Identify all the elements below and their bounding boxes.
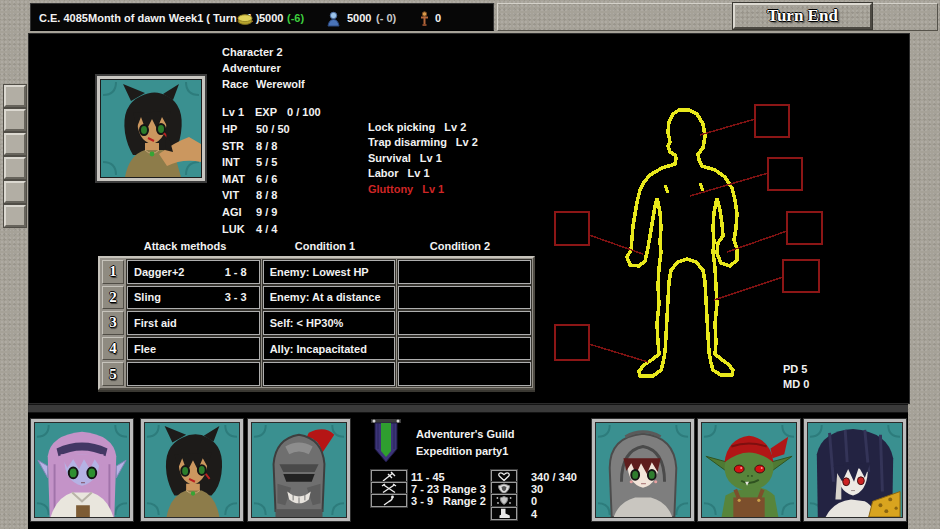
- attack-method-cell[interactable]: Flee: [127, 337, 260, 361]
- party-name: Expedition party1: [416, 445, 508, 457]
- row-number: 1: [102, 260, 124, 284]
- party-move-value: 4: [531, 508, 537, 520]
- skill-item-highlighted: GluttonyLv 1: [368, 183, 478, 198]
- attack-methods-header: Attack methods: [120, 240, 250, 252]
- character-portrait-frame: [95, 74, 207, 183]
- equipment-slot-head[interactable]: [755, 105, 789, 137]
- gold-coin-icon: [237, 13, 253, 25]
- party-member-1-portrait: [35, 423, 129, 517]
- stat-row: LUK4 / 4: [222, 223, 290, 240]
- equipment-slot-legs[interactable]: [783, 260, 819, 292]
- thrown-stat-box: [371, 494, 407, 507]
- equipment-slot-left-hand[interactable]: [555, 212, 589, 245]
- thrown-range: Range 2: [443, 495, 486, 507]
- party-member-3-portrait: [252, 423, 346, 517]
- party-member-6[interactable]: [803, 418, 907, 522]
- chest-marks: [665, 183, 703, 193]
- attack-method-cell[interactable]: First aid: [127, 311, 260, 335]
- character-name: Character 2: [222, 46, 283, 58]
- ranged-value: 7 - 23: [411, 483, 439, 495]
- magic-shield-icon: [494, 495, 514, 506]
- party-member-5[interactable]: [697, 418, 801, 522]
- condition2-cell[interactable]: [398, 260, 531, 284]
- equipment-body-diagram: [548, 102, 838, 382]
- equipment-slot-feet[interactable]: [555, 325, 589, 360]
- sword-icon: [379, 471, 399, 482]
- top-status-bar: C.E. 4085 Month of dawn Week1 ( Turn : 1…: [30, 3, 494, 31]
- thrown-value: 3 - 9: [411, 495, 433, 507]
- row-number: 2: [102, 286, 124, 310]
- medal-amount: 0: [435, 12, 441, 24]
- condition2-cell[interactable]: [398, 286, 531, 310]
- manpower-amount: 5000: [347, 12, 371, 24]
- guild-flag-icon: [371, 417, 401, 464]
- heart-icon: [494, 471, 514, 482]
- condition2-cell[interactable]: [398, 337, 531, 361]
- stat-list: HP50 / 50 STR8 / 8 INT5 / 5 MAT6 / 6 VIT…: [222, 123, 290, 239]
- character-class: Adventurer: [222, 62, 281, 74]
- stat-row: VIT8 / 8: [222, 189, 290, 206]
- condition1-cell[interactable]: Enemy: At a distance: [263, 286, 396, 310]
- exp-value: 0 / 100: [287, 106, 321, 118]
- condition1-cell[interactable]: [263, 362, 396, 386]
- level-label: Lv 1: [222, 106, 244, 118]
- side-tab-button-6[interactable]: [4, 205, 26, 227]
- shield-icon: [494, 483, 514, 494]
- magic-defense-stat-box: [491, 494, 517, 507]
- attack-method-cell[interactable]: Sling3 - 3: [127, 286, 260, 310]
- party-member-1[interactable]: [30, 418, 134, 522]
- stat-row: INT5 / 5: [222, 156, 290, 173]
- game-screen: C.E. 4085 Month of dawn Week1 ( Turn : 1…: [0, 0, 940, 529]
- side-tab-button-2[interactable]: [4, 109, 26, 131]
- sling-icon: [379, 495, 399, 506]
- medal-icon: [419, 11, 430, 27]
- equipment-slot-chest[interactable]: [768, 158, 802, 190]
- skill-item: Trap disarmingLv 2: [368, 136, 478, 151]
- party-defense-value: 30: [531, 483, 543, 495]
- side-tab-button-1[interactable]: [4, 85, 26, 107]
- condition1-cell[interactable]: Enemy: Lowest HP: [263, 260, 396, 284]
- calendar-turn: Month of dawn Week1 ( Turn : 1 ): [88, 12, 259, 24]
- move-stat-box: [491, 507, 517, 520]
- row-number: 3: [102, 311, 124, 335]
- side-tab-button-4[interactable]: [4, 157, 26, 179]
- guild-name: Adventurer's Guild: [416, 428, 515, 440]
- side-tab-button-5[interactable]: [4, 181, 26, 203]
- party-member-3[interactable]: [247, 418, 351, 522]
- attack-methods-table: 1 Dagger+21 - 8 Enemy: Lowest HP 2 Sling…: [98, 256, 535, 390]
- condition2-header: Condition 2: [395, 240, 525, 252]
- party-member-4[interactable]: [591, 418, 695, 522]
- attack-method-cell[interactable]: [127, 362, 260, 386]
- era-date: C.E. 4085: [39, 12, 88, 24]
- row-number: 4: [102, 337, 124, 361]
- stat-row: AGI9 / 9: [222, 206, 290, 223]
- party-member-6-portrait: [808, 423, 902, 517]
- stat-row: HP50 / 50: [222, 123, 290, 140]
- party-member-2[interactable]: [140, 418, 244, 522]
- side-tab-button-3[interactable]: [4, 133, 26, 155]
- physical-defense-value: PD 5: [783, 363, 807, 375]
- attack-row-4: 4 Flee Ally: Incapacitated: [102, 337, 531, 361]
- character-portrait-image: [101, 80, 201, 177]
- melee-value: 11 - 45: [411, 471, 445, 483]
- magic-defense-value: MD 0: [783, 378, 809, 390]
- ranged-range: Range 3: [443, 483, 486, 495]
- equipment-slot-right-hand[interactable]: [787, 212, 822, 244]
- stat-row: STR8 / 8: [222, 140, 290, 157]
- turn-end-button[interactable]: Turn End: [733, 3, 872, 29]
- attack-method-cell[interactable]: Dagger+21 - 8: [127, 260, 260, 284]
- skill-item: Lock pickingLv 2: [368, 121, 478, 136]
- manpower-delta: (- 0): [376, 12, 396, 24]
- slot-connector-lines: [589, 119, 787, 362]
- condition2-cell[interactable]: [398, 362, 531, 386]
- skill-item: LaborLv 1: [368, 167, 478, 182]
- condition1-header: Condition 1: [260, 240, 390, 252]
- party-magic-defense-value: 0: [531, 495, 537, 507]
- condition2-cell[interactable]: [398, 311, 531, 335]
- condition1-cell[interactable]: Self: < HP30%: [263, 311, 396, 335]
- skill-item: SurvivalLv 1: [368, 152, 478, 167]
- panel-separator: [28, 404, 908, 413]
- attack-row-2: 2 Sling3 - 3 Enemy: At a distance: [102, 286, 531, 310]
- crossed-swords-icon: [379, 483, 399, 494]
- condition1-cell[interactable]: Ally: Incapacitated: [263, 337, 396, 361]
